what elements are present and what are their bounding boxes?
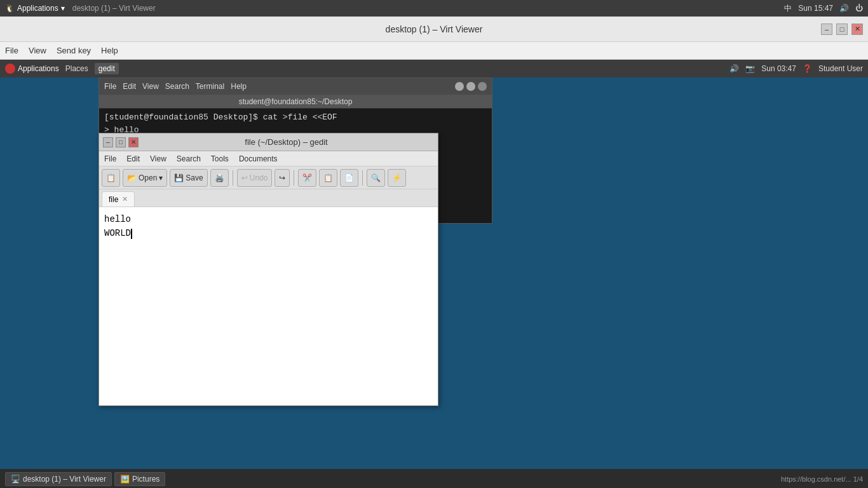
- terminal-win-btns: [455, 82, 487, 91]
- gedit-line-1: hello: [104, 212, 433, 226]
- guest-user-label: Student User: [818, 64, 863, 73]
- print-icon: 🖨️: [215, 173, 224, 182]
- save-label: Save: [186, 173, 203, 182]
- terminal-close-button[interactable]: [478, 82, 487, 91]
- gedit-win-btns: – □ ✕: [103, 137, 139, 147]
- virt-menu-sendkey[interactable]: Send key: [57, 46, 91, 55]
- host-topbar-right: 中 Sun 15:47 🔊 ⏻: [784, 3, 863, 14]
- virt-minimize-button[interactable]: –: [821, 24, 832, 35]
- host-taskbar-virt-viewer[interactable]: 🖥️ desktop (1) – Virt Viewer: [5, 472, 112, 486]
- gedit-menu-edit[interactable]: Edit: [126, 154, 140, 163]
- virt-window-controls: – □ ✕: [821, 24, 863, 35]
- host-taskbar-left: 🖥️ desktop (1) – Virt Viewer 🖼️ Pictures: [5, 472, 165, 486]
- guest-volume-icon: 🔊: [729, 64, 739, 73]
- host-taskbar-pictures[interactable]: 🖼️ Pictures: [114, 472, 165, 486]
- virt-window-title: desktop (1) – Virt Viewer: [386, 24, 483, 34]
- gedit-print-button[interactable]: 🖨️: [210, 169, 229, 187]
- gedit-new-button[interactable]: 📋: [102, 169, 120, 187]
- gedit-paste-button[interactable]: 📄: [340, 169, 358, 187]
- host-topbar: 🐧 Applications ▾ desktop (1) – Virt View…: [0, 0, 868, 17]
- virt-menu-help[interactable]: Help: [101, 46, 118, 55]
- gedit-content[interactable]: hello WORLD: [99, 207, 438, 405]
- paste-icon: 📄: [344, 173, 354, 182]
- guest-panel-left: Applications Places gedit: [5, 63, 119, 74]
- gedit-save-button[interactable]: 💾 Save: [170, 169, 207, 187]
- terminal-titlebar: File Edit View Search Terminal Help: [99, 78, 492, 95]
- open-arrow-icon: ▾: [159, 173, 163, 182]
- gedit-menu-documents[interactable]: Documents: [239, 154, 278, 163]
- host-task1-label: desktop (1) – Virt Viewer: [23, 475, 106, 484]
- toolbar-separator-2: [294, 170, 294, 186]
- gedit-cursor: [131, 229, 132, 239]
- host-taskbar-url: https://blog.csdn.net/... 1/4: [781, 475, 863, 483]
- host-applications-menu[interactable]: 🐧 Applications ▾: [5, 4, 65, 13]
- terminal-menu-edit[interactable]: Edit: [123, 82, 136, 91]
- terminal-window-title: student@foundation85:~/Desktop: [239, 97, 353, 106]
- guest-applications-menu[interactable]: Applications: [5, 64, 59, 74]
- host-time: Sun 15:47: [798, 4, 833, 13]
- undo-icon: ↩: [241, 173, 248, 182]
- gedit-tab-file[interactable]: file ✕: [102, 191, 135, 207]
- gedit-undo-button[interactable]: ↩ Undo: [237, 169, 273, 187]
- guest-gedit-label[interactable]: gedit: [95, 63, 119, 74]
- virt-titlebar: desktop (1) – Virt Viewer – □ ✕: [0, 17, 868, 42]
- guest-panel: Applications Places gedit 🔊 📷 Sun 03:47 …: [0, 60, 868, 78]
- gedit-open-button[interactable]: 📂 Open ▾: [123, 169, 167, 187]
- gedit-copy-button[interactable]: 📋: [319, 169, 337, 187]
- undo-label: Undo: [250, 173, 268, 182]
- terminal-maximize-button[interactable]: [466, 82, 475, 91]
- gedit-minimize-button[interactable]: –: [103, 137, 113, 147]
- gedit-menu-file[interactable]: File: [104, 154, 116, 163]
- gedit-close-button[interactable]: ✕: [128, 137, 139, 147]
- gedit-maximize-button[interactable]: □: [116, 137, 126, 147]
- gedit-toolbar: 📋 📂 Open ▾ 💾 Save 🖨️ ↩ Undo: [99, 166, 438, 189]
- terminal-menubar: File Edit View Search Terminal Help: [104, 82, 247, 91]
- terminal-menu-view[interactable]: View: [142, 82, 159, 91]
- host-power-icon: ⏻: [855, 4, 863, 13]
- pictures-task-icon: 🖼️: [120, 475, 130, 484]
- host-window-title: desktop (1) – Virt Viewer: [72, 4, 156, 13]
- guest-panel-right: 🔊 📷 Sun 03:47 ❓ Student User: [729, 64, 863, 73]
- toolbar-separator-3: [362, 170, 363, 186]
- redo-icon: ↪: [279, 173, 285, 182]
- host-apps-arrow-icon: ▾: [61, 4, 65, 13]
- new-icon: 📋: [106, 173, 116, 182]
- gedit-redo-button[interactable]: ↪: [275, 169, 290, 187]
- host-volume-icon: 🔊: [839, 4, 849, 13]
- save-icon: 💾: [174, 173, 184, 182]
- gedit-window: – □ ✕ file (~/Desktop) – gedit File Edit…: [98, 133, 438, 406]
- host-topbar-left: 🐧 Applications ▾ desktop (1) – Virt View…: [5, 4, 156, 13]
- gedit-find-button[interactable]: 🔍: [367, 169, 385, 187]
- virt-close-button[interactable]: ✕: [851, 24, 863, 35]
- copy-icon: 📋: [323, 173, 333, 182]
- find-icon: 🔍: [371, 173, 381, 182]
- terminal-menu-search[interactable]: Search: [165, 82, 189, 91]
- virt-menu-view[interactable]: View: [29, 46, 46, 55]
- virt-viewer-window: desktop (1) – Virt Viewer – □ ✕ File Vie…: [0, 17, 868, 488]
- gedit-tabs: file ✕: [99, 189, 438, 207]
- virt-menu-file[interactable]: File: [5, 46, 18, 55]
- terminal-minimize-button[interactable]: [455, 82, 464, 91]
- toolbar-separator-1: [233, 170, 233, 186]
- gedit-replace-button[interactable]: ⚡: [388, 169, 406, 187]
- virt-maximize-button[interactable]: □: [836, 24, 848, 35]
- gedit-menu-view[interactable]: View: [150, 154, 166, 163]
- host-taskbar-right: https://blog.csdn.net/... 1/4: [781, 475, 863, 483]
- gnome-icon: [5, 64, 15, 74]
- gedit-menu-search[interactable]: Search: [177, 154, 201, 163]
- gedit-tab-close-button[interactable]: ✕: [122, 195, 128, 203]
- terminal-menu-terminal[interactable]: Terminal: [196, 82, 224, 91]
- host-taskbar: 🖥️ desktop (1) – Virt Viewer 🖼️ Pictures…: [0, 470, 868, 488]
- guest-places-label[interactable]: Places: [65, 64, 88, 73]
- host-network-icon: 中: [784, 3, 792, 14]
- terminal-line-1: [student@foundation85 Desktop]$ cat >fil…: [104, 111, 487, 124]
- gedit-menu-tools[interactable]: Tools: [211, 154, 229, 163]
- terminal-menu-file[interactable]: File: [104, 82, 116, 91]
- virt-menubar: File View Send key Help: [0, 42, 868, 60]
- gedit-cut-button[interactable]: ✂️: [298, 169, 316, 187]
- guest-desktop: Applications Places gedit 🔊 📷 Sun 03:47 …: [0, 60, 868, 488]
- gedit-line-2: WORLD: [104, 226, 433, 240]
- gedit-window-title: file (~/Desktop) – gedit: [139, 137, 434, 147]
- terminal-menu-help[interactable]: Help: [231, 82, 247, 91]
- guest-time: Sun 03:47: [761, 64, 796, 73]
